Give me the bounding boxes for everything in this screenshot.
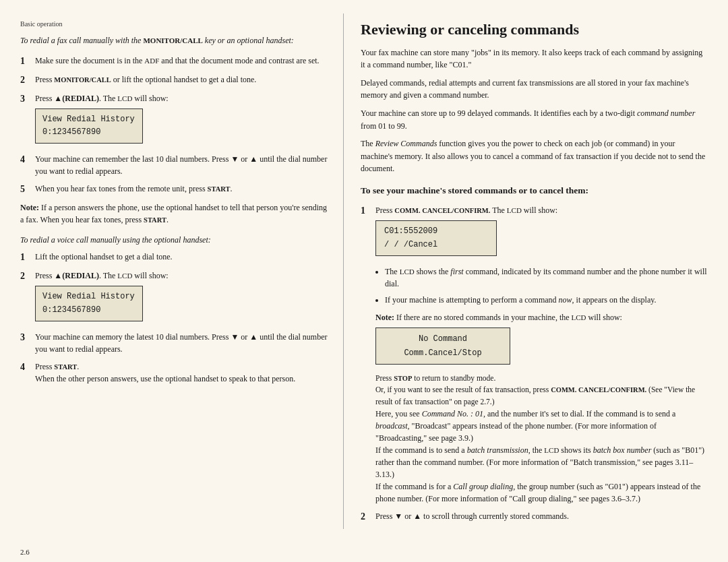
voice-redial-heading: To redial a voice call manually using th… [20, 235, 330, 245]
right-column: Reviewing or canceling commands Your fax… [344, 13, 708, 529]
fax-redial-intro: To redial a fax call manually with the M… [20, 34, 330, 46]
fax-step-1: 1 Make sure the document is in the ADF a… [20, 55, 330, 68]
lcd-display-fax: View Redial History 0:1234567890 [35, 108, 143, 144]
fax-step-3: 3 Press ▲(REDIAL). The LCD will show: Vi… [20, 92, 330, 148]
voice-step-2: 2 Press ▲(REDIAL). The LCD will show: Vi… [20, 270, 330, 325]
press-or-text: Or, if you want to see the result of fax… [375, 384, 708, 408]
callgroup-text: If the command is for a Call group diali… [375, 480, 708, 505]
breadcrumb: Basic operation [20, 20, 330, 28]
fax-step-4: 4 Your machine can remember the last 10 … [20, 153, 330, 177]
batch-text: If the command is to send a batch transm… [375, 444, 708, 480]
fax-step-5: 5 When you hear fax tones from the remot… [20, 183, 330, 196]
right-note: Note: If there are no stored commands in… [375, 311, 708, 369]
left-column: Basic operation To redial a fax call man… [20, 13, 344, 529]
section-title: Reviewing or canceling commands [361, 20, 708, 40]
right-para3: Your machine can store up to 99 delayed … [361, 107, 708, 132]
bullet-item-2: If your machine is attempting to perform… [385, 294, 708, 307]
right-step-1: 1 Press COMM. CANCEL/CONFIRM. The LCD wi… [361, 204, 708, 505]
voice-steps-list: 1 Lift the optional handset to get a dia… [20, 251, 330, 384]
voice-step-1: 1 Lift the optional handset to get a dia… [20, 251, 330, 264]
fax-step-2: 2 Press MONITOR/CALL or lift the optiona… [20, 73, 330, 87]
fax-steps-list: 1 Make sure the document is in the ADF a… [20, 55, 330, 196]
press-stop-text: Press STOP to return to standby mode. [375, 373, 708, 384]
lcd-no-command-display: No Command Comm.Cancel/Stop [375, 327, 510, 365]
bullet-item-1: The LCD shows the first command, indicat… [385, 266, 708, 290]
lcd-c01-display: C01:5552009 / / /Cancel [375, 220, 497, 256]
page-number: 2.6 [0, 542, 728, 562]
right-para1: Your fax machine can store many "jobs" i… [361, 46, 708, 71]
right-para2: Delayed commands, redial attempts and cu… [361, 77, 708, 102]
subsection-title: To see your machine's stored commands or… [361, 185, 708, 197]
voice-step-4: 4 Press START. When the other person ans… [20, 361, 330, 385]
here-text: Here, you see Command No. : 01, and the … [375, 408, 708, 444]
right-bullet-list: The LCD shows the first command, indicat… [385, 266, 708, 307]
voice-step-3: 3 Your machine can memory the latest 10 … [20, 331, 330, 355]
fax-note: Note: If a person answers the phone, use… [20, 201, 330, 226]
right-step-2: 2 Press ▼ or ▲ to scroll through current… [361, 510, 708, 524]
right-para4: The Review Commands function gives you t… [361, 137, 708, 175]
lcd-display-voice: View Redial History 0:1234567890 [35, 286, 143, 321]
